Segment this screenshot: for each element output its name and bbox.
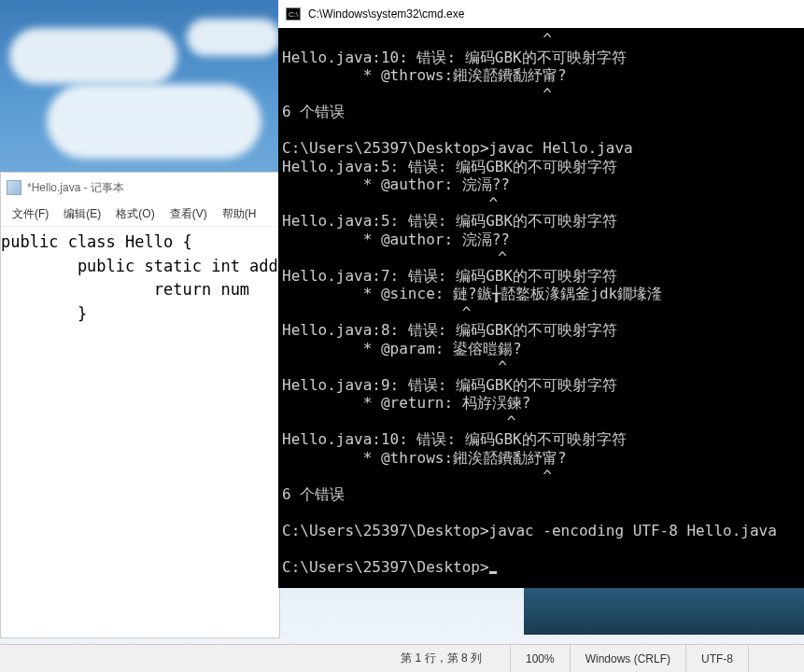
cmd-title-bar[interactable]: C:\ C:\Windows\system32\cmd.exe [278,0,804,28]
cloud-decoration [47,84,261,159]
sea-decoration [524,588,804,635]
notepad-text-area[interactable]: public class Hello { public static int a… [1,227,279,637]
menu-view[interactable]: 查看(V) [162,203,215,225]
notepad-status-bar: 第 1 行，第 8 列 100% Windows (CRLF) UTF-8 [0,644,804,672]
cmd-title-text: C:\Windows\system32\cmd.exe [308,7,464,21]
menu-edit[interactable]: 编辑(E) [56,203,108,225]
notepad-icon [7,180,21,195]
cmd-icon: C:\ [286,7,301,21]
notepad-window[interactable]: *Hello.java - 记事本 文件(F) 编辑(E) 格式(O) 查看(V… [0,172,280,638]
notepad-menu-bar[interactable]: 文件(F) 编辑(E) 格式(O) 查看(V) 帮助(H [1,203,279,227]
cloud-decoration [187,19,280,56]
cloud-decoration [9,28,177,84]
status-spacer [748,645,804,672]
menu-file[interactable]: 文件(F) [5,203,56,225]
cmd-cursor [489,571,497,574]
status-zoom: 100% [510,645,570,672]
status-position: 第 1 行，第 8 列 [0,645,510,672]
notepad-title-text: *Hello.java - 记事本 [27,180,124,196]
status-eol: Windows (CRLF) [570,645,685,672]
menu-help[interactable]: 帮助(H [215,203,264,225]
cmd-output[interactable]: ^ Hello.java:10: 错误: 编码GBK的不可映射字符 * @thr… [278,28,804,588]
status-encoding: UTF-8 [685,645,748,672]
cmd-window[interactable]: C:\ C:\Windows\system32\cmd.exe ^ Hello.… [278,0,804,588]
menu-format[interactable]: 格式(O) [108,203,162,225]
notepad-title-bar[interactable]: *Hello.java - 记事本 [1,173,279,203]
